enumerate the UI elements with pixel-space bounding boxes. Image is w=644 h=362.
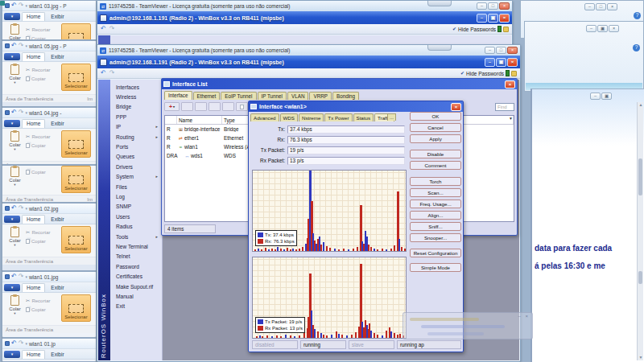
scrollbar-thumb[interactable] xyxy=(638,271,642,284)
paint-titlebar[interactable]: ↶ ↷ ▾ wlan1 05.jpg - P xyxy=(2,41,96,51)
help-icon[interactable]: ? xyxy=(633,44,640,51)
maximize-button[interactable]: □ xyxy=(596,3,606,10)
select-button[interactable]: Selecionar xyxy=(61,294,91,322)
redo-icon[interactable]: ↷ xyxy=(19,205,24,212)
dialog-button[interactable]: OK xyxy=(410,112,461,121)
notification-toast[interactable]: – × xyxy=(402,312,533,339)
select-button[interactable]: Selecionar xyxy=(61,23,91,40)
interface-list-tab[interactable]: Bonding xyxy=(332,92,359,100)
redo-icon[interactable]: ↷ xyxy=(19,109,24,116)
tab-home[interactable]: Home xyxy=(22,52,45,61)
close-button[interactable]: × xyxy=(499,2,510,10)
sidebar-item[interactable]: SNMP ▸ xyxy=(110,202,162,212)
hide-passwords-checkbox[interactable]: ✔ Hide Passwords xyxy=(452,26,509,32)
sidebar-item[interactable]: Ports ▸ xyxy=(110,142,162,151)
dialog-button[interactable]: Align... xyxy=(410,211,461,220)
teamviewer-grab-tab[interactable] xyxy=(427,45,452,51)
select-button[interactable]: Selecionar xyxy=(61,130,91,158)
enable-button[interactable] xyxy=(195,102,207,111)
dialog-button[interactable]: Disable xyxy=(410,150,461,158)
minimize-button[interactable]: – xyxy=(590,93,601,100)
cut-button[interactable]: ✂Recortar xyxy=(26,68,60,73)
maximize-button[interactable]: □ xyxy=(488,2,498,10)
sidebar-item[interactable]: System ▸ xyxy=(110,172,162,182)
paste-button[interactable]: Colar ▾ xyxy=(4,226,26,257)
copy-button[interactable]: Copiar xyxy=(26,239,60,244)
tab-exibir[interactable]: Exibir xyxy=(47,216,68,224)
tab-exibir[interactable]: Exibir xyxy=(47,120,68,128)
close-button[interactable]: × xyxy=(505,80,515,88)
minimize-button[interactable]: – xyxy=(584,3,595,10)
more-tabs-button[interactable]: ... xyxy=(387,113,396,121)
sidebar-item[interactable]: Interfaces ▸ xyxy=(110,82,162,92)
sidebar-item[interactable]: PPP ▸ xyxy=(110,112,162,121)
undo-icon[interactable]: ↶ xyxy=(11,340,17,347)
minimize-button[interactable]: – xyxy=(477,14,487,23)
redo-icon[interactable]: ↷ xyxy=(19,2,24,9)
winbox-titlebar[interactable]: admin@192.168.1.191 (Radio 2) - WinBox v… xyxy=(97,11,512,24)
dialog-tab[interactable]: Tx Power xyxy=(324,113,352,121)
teamviewer-titlebar[interactable]: ⇄ 119745258 - TeamViewer - Licença gratu… xyxy=(97,45,520,56)
paint-menu-button[interactable]: ▾ xyxy=(4,216,20,223)
dialog-button[interactable]: Sniff... xyxy=(410,222,461,231)
tab-exibir[interactable]: Exibir xyxy=(47,53,68,61)
sidebar-item[interactable]: Drivers ▸ xyxy=(110,162,162,171)
paste-button[interactable]: Colar ▾ xyxy=(4,294,26,325)
save-icon[interactable] xyxy=(5,3,10,8)
sidebar-item[interactable]: Wireless ▸ xyxy=(110,92,162,101)
sidebar-item[interactable]: Manual ▸ xyxy=(110,291,162,301)
sidebar-item[interactable]: Files ▸ xyxy=(110,182,162,191)
toast-controls[interactable]: – × xyxy=(518,314,530,319)
cut-button[interactable]: ✂Recortar xyxy=(26,230,60,236)
dialog-button[interactable]: Comment xyxy=(410,161,461,170)
sidebar-item[interactable]: Certificates ▸ xyxy=(110,271,162,281)
close-button[interactable]: × xyxy=(451,103,461,111)
tab-home[interactable]: Home xyxy=(22,12,45,21)
dialog-tab[interactable]: Nstreme xyxy=(299,113,324,121)
scrollbar-thumb[interactable] xyxy=(638,158,642,195)
paint-menu-button[interactable]: ▾ xyxy=(4,120,20,127)
dialog-button[interactable]: Freq. Usage... xyxy=(410,200,461,208)
minimize-button[interactable]: – xyxy=(586,25,597,32)
close-button[interactable]: × xyxy=(499,14,510,23)
copy-button[interactable]: Copiar xyxy=(26,307,60,312)
flags-column-header[interactable] xyxy=(165,116,177,124)
copy-button[interactable]: Copiar xyxy=(26,143,60,148)
paint-menu-button[interactable]: ▾ xyxy=(4,351,20,358)
interface-list-tab[interactable]: EoIP Tunnel xyxy=(221,92,256,100)
paint-titlebar[interactable]: ↶ ↷ ▾ wlan1 04.jpg - xyxy=(2,108,96,118)
save-icon[interactable] xyxy=(5,110,10,115)
maximize-button[interactable]: □ xyxy=(496,47,506,54)
select-button[interactable]: Selecionar xyxy=(61,226,91,253)
undo-icon[interactable]: ↶ xyxy=(11,43,17,49)
redo-icon[interactable]: ↷ xyxy=(19,274,24,280)
qat-dropdown-icon[interactable]: ▾ xyxy=(25,43,27,48)
redo-icon[interactable]: ↷ xyxy=(109,70,115,76)
dialog-button[interactable]: Scan... xyxy=(410,188,461,197)
comment-button[interactable] xyxy=(222,102,234,111)
undo-icon[interactable]: ↶ xyxy=(11,109,17,116)
help-icon[interactable]: ? xyxy=(634,12,641,19)
tab-exibir[interactable]: Exibir xyxy=(47,351,68,359)
sidebar-item[interactable]: IP ▸ xyxy=(110,122,162,132)
scroll-up-icon[interactable]: ▲ xyxy=(638,103,643,107)
sidebar-item[interactable]: Radius ▸ xyxy=(110,221,162,231)
save-icon[interactable] xyxy=(5,341,10,346)
tab-home[interactable]: Home xyxy=(22,350,45,359)
paste-button[interactable]: Colar ▾ xyxy=(4,130,26,161)
close-button[interactable]: × xyxy=(507,58,518,67)
interface-list-tab[interactable]: VRRP xyxy=(309,92,332,100)
minimize-button[interactable]: – xyxy=(485,58,495,67)
sidebar-item[interactable]: Users ▸ xyxy=(110,212,162,221)
redo-icon[interactable]: ↷ xyxy=(19,340,24,347)
select-button[interactable]: Selecionar xyxy=(61,166,91,193)
find-input[interactable] xyxy=(495,103,514,111)
column-select-button[interactable]: ▼ xyxy=(509,116,513,121)
sidebar-item[interactable]: Tools ▸ xyxy=(110,232,162,241)
dialog-button[interactable]: Snooper... xyxy=(410,233,461,242)
paint-titlebar[interactable]: ↶ ↷ ▾ wlan1 03.jpg - P xyxy=(2,1,96,11)
tab-home[interactable]: Home xyxy=(22,283,45,292)
dialog-button[interactable]: Reset Configuration xyxy=(410,249,461,257)
undo-icon[interactable]: ↶ xyxy=(101,26,106,32)
undo-icon[interactable]: ↶ xyxy=(11,205,17,212)
